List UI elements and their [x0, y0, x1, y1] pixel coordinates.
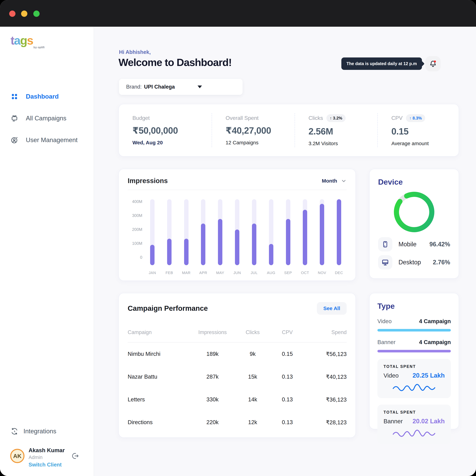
- stat-subtext: Average amount: [391, 141, 459, 146]
- device-row-desktop: Desktop 2.76%: [378, 255, 450, 270]
- logo-letter: g: [20, 34, 27, 47]
- caret-down-icon: [198, 85, 202, 88]
- cell-campaign: Letters: [128, 396, 190, 403]
- column-header: Campaign: [128, 329, 190, 335]
- greeting-text: Hi Abhishek,: [119, 49, 151, 55]
- total-spent-label: Banner: [384, 418, 403, 425]
- cell-clicks: 14k: [235, 396, 270, 403]
- stat-cpv: CPV ↑ 8.3% 0.15 Average amount: [377, 113, 459, 147]
- dashboard-grid-icon: [11, 93, 18, 101]
- cell-campaign: Directions: [128, 419, 190, 425]
- x-tick: JAN: [149, 271, 156, 275]
- column-header: CPV: [270, 329, 305, 335]
- total-spent-banner-card: TOTAL SPENT Banner 20.02 Lakh: [377, 405, 451, 444]
- type-label: Video: [377, 318, 392, 324]
- x-tick: OCT: [301, 271, 309, 275]
- cell-impressions: 287k: [190, 374, 235, 380]
- stats-panel: Budget ₹50,00,000 Wed, Aug 20 Overall Sp…: [119, 104, 459, 156]
- total-spent-caption: TOTAL SPENT: [384, 410, 445, 415]
- type-row-video: Video 4 Campaign: [377, 318, 451, 324]
- sidebar: tags by oplifi Dashboard: [0, 27, 94, 476]
- type-label: Banner: [377, 339, 395, 345]
- total-spent-value: 20.25 Lakh: [413, 372, 445, 379]
- impressions-bar: JAN: [150, 199, 155, 275]
- x-tick: FEB: [166, 271, 173, 275]
- device-label: Desktop: [398, 259, 421, 266]
- y-axis-labels: 400M300M200M100M0: [128, 202, 144, 261]
- mobile-icon: [381, 240, 389, 248]
- y-tick: 400M: [132, 200, 142, 204]
- switch-client-link[interactable]: Switch Client: [29, 462, 62, 468]
- stat-budget: Budget ₹50,00,000 Wed, Aug 20: [119, 113, 212, 147]
- total-spent-label: Video: [384, 372, 399, 379]
- user-role: Admin: [29, 455, 42, 460]
- avatar: AK: [10, 449, 24, 463]
- logo-byline: by oplifi: [11, 46, 45, 49]
- type-count: 4 Campaign: [419, 318, 451, 324]
- device-label: Mobile: [398, 241, 416, 248]
- cell-spend: ₹40,123: [305, 374, 347, 380]
- sidebar-item-label: Integrations: [23, 428, 56, 435]
- impressions-bar: OCT: [303, 199, 307, 275]
- impressions-title: Impressions: [128, 177, 168, 185]
- type-row-banner: Banner 4 Campaign: [377, 339, 451, 345]
- close-window-button[interactable]: [9, 11, 16, 17]
- cell-impressions: 189k: [190, 351, 235, 357]
- tags-logo: tags: [11, 34, 33, 46]
- trend-badge: ↑ 3.2%: [326, 114, 346, 122]
- cell-clicks: 15k: [235, 374, 270, 380]
- desktop-icon: [381, 258, 389, 266]
- divider: [128, 190, 347, 190]
- impressions-bar: FEB: [167, 199, 172, 275]
- logo-letter: t: [11, 34, 14, 47]
- impressions-panel: Impressions Month 400M300M200M100M0 JANF…: [119, 169, 356, 281]
- sidebar-item-integrations[interactable]: Integrations: [11, 427, 56, 435]
- x-tick: DEC: [335, 271, 343, 275]
- user-name: Akash Kumar: [29, 447, 65, 454]
- total-spent-value: 20.02 Lakh: [413, 418, 445, 425]
- column-header: Impressions: [190, 329, 235, 335]
- cell-cpv: 0.13: [270, 396, 305, 403]
- sidebar-item-all-campaigns[interactable]: All Campaigns: [0, 107, 94, 129]
- stat-subtext: 12 Campaigns: [226, 140, 295, 146]
- device-row-mobile: Mobile 96.42%: [378, 237, 450, 252]
- device-panel: Device: [369, 169, 459, 279]
- impressions-bar: MAR: [184, 199, 189, 275]
- type-progress-video: [377, 329, 451, 332]
- cell-cpv: 0.13: [270, 419, 305, 425]
- impressions-bar: JUL: [252, 199, 257, 275]
- cell-spend: ₹56,123: [305, 351, 347, 357]
- x-tick: AUG: [267, 271, 275, 275]
- see-all-button[interactable]: See All: [317, 302, 347, 315]
- stat-label: CPV: [391, 115, 403, 121]
- notifications-button[interactable]: [425, 56, 441, 71]
- type-title: Type: [377, 302, 451, 311]
- impressions-bar: DEC: [337, 199, 341, 275]
- spend-sparkline: [385, 381, 443, 394]
- logo-letter: a: [14, 34, 20, 47]
- sidebar-nav: Dashboard All Campaigns: [0, 86, 94, 151]
- x-tick: NOV: [318, 271, 326, 275]
- cell-campaign: Nimbu Mirchi: [128, 351, 190, 357]
- brand-select[interactable]: Brand: UPI Chalega: [119, 79, 243, 95]
- impressions-bar: SEP: [286, 199, 291, 275]
- period-dropdown[interactable]: Month: [322, 178, 347, 184]
- cell-clicks: 9k: [235, 351, 270, 357]
- total-spent-caption: TOTAL SPENT: [384, 364, 445, 369]
- window-titlebar: [0, 0, 476, 27]
- cell-cpv: 0.13: [270, 374, 305, 380]
- sidebar-item-user-management[interactable]: User Management: [0, 129, 94, 151]
- donut-mobile-segment: [393, 190, 436, 233]
- logout-icon[interactable]: [71, 452, 79, 460]
- x-tick: APR: [199, 271, 207, 275]
- y-tick: 100M: [132, 241, 142, 245]
- y-tick: 200M: [132, 227, 142, 232]
- sidebar-item-dashboard[interactable]: Dashboard: [0, 86, 94, 107]
- stat-label: Clicks: [308, 115, 323, 121]
- maximize-window-button[interactable]: [33, 11, 40, 17]
- x-tick: JUN: [233, 271, 241, 275]
- minimize-window-button[interactable]: [21, 11, 27, 17]
- x-tick: SEP: [284, 271, 292, 275]
- user-management-icon: [11, 136, 18, 144]
- app-window: tags by oplifi Dashboard: [0, 0, 476, 476]
